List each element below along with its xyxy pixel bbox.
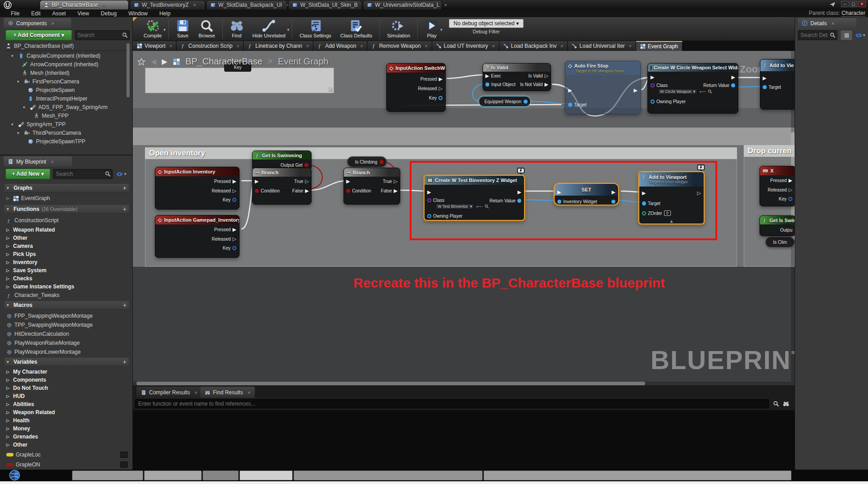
variable-category[interactable]: ▷Weapon Related <box>6 408 128 416</box>
node-add-to-viewport[interactable]: Add to Viewport Target is User Widget ▶ … <box>638 171 705 224</box>
section-macros[interactable]: ▾Macros+ <box>5 301 129 310</box>
node-is-valid[interactable]: ?Is Valid ▶Exec Is Valid▷ Input Object I… <box>483 63 551 91</box>
exec-pin[interactable]: ▶ <box>233 227 236 232</box>
add-component-button[interactable]: + Add Component▾ <box>5 30 72 41</box>
function-category[interactable]: ▷Checks <box>6 274 128 283</box>
chevron-down-icon[interactable]: ▾ <box>163 27 166 32</box>
chevron-down-icon[interactable]: ▾ <box>287 27 289 32</box>
node-get-is-climbing-2[interactable]: Is Clim <box>765 237 795 247</box>
asset-tab-w-slotdata-backpack[interactable]: W_SlotData_Backpack_UI× <box>206 0 287 9</box>
taskbar-window-button[interactable] <box>240 470 293 480</box>
class-select[interactable]: W Circle Weapon▾ <box>658 88 697 95</box>
data-pin[interactable] <box>439 96 443 100</box>
exec-pin[interactable]: ▷ <box>545 73 548 78</box>
binoculars-icon[interactable] <box>783 401 789 407</box>
expander-icon[interactable]: ▷ <box>6 418 11 423</box>
expander-icon[interactable]: ▷ <box>6 196 11 201</box>
close-icon[interactable]: × <box>629 44 632 49</box>
my-blueprint-search-input[interactable] <box>56 170 103 178</box>
variable-category[interactable]: ▷Do Not Touch <box>6 384 128 392</box>
node-add-to-viewport-fragment[interactable]: Add to Vie ▶ Target <box>760 59 795 110</box>
variable-category[interactable]: ▷My Character <box>6 368 128 376</box>
taskbar-window-button[interactable] <box>203 470 239 480</box>
node-create-circle-weapon-widget[interactable]: Create W Circle Weapon Select Widget ▶ ▶… <box>647 63 738 114</box>
asset-tab-bp-characterbase[interactable]: BP_CharacterBase× <box>40 0 129 9</box>
data-pin[interactable] <box>651 83 655 87</box>
chevron-down-icon[interactable]: ▾ <box>440 27 443 32</box>
tab-add-weapon[interactable]: Add Weapon× <box>313 41 367 51</box>
details-search[interactable] <box>798 30 837 40</box>
menu-help[interactable]: Help <box>154 10 176 17</box>
expander-icon[interactable]: ▷ <box>6 443 11 447</box>
node-get-is-climbing[interactable]: Is Climbing <box>347 156 387 167</box>
zorder-value[interactable]: 0 <box>664 210 671 216</box>
class-defaults-button[interactable]: Class Defaults <box>336 19 377 38</box>
tree-row[interactable]: ▾SpringArm_TPP <box>5 120 126 128</box>
my-blueprint-search[interactable] <box>53 169 113 179</box>
node-create-w-test-binventory-widget[interactable]: Create W Test Binventory Z Widget ▶ ▶ Cl… <box>424 175 525 221</box>
search-icon[interactable] <box>484 204 489 209</box>
variable-category[interactable]: ▷Grenades <box>6 433 128 441</box>
data-pin[interactable] <box>485 82 489 87</box>
data-pin[interactable] <box>763 85 767 89</box>
function-category[interactable]: ▷Camera <box>6 242 128 250</box>
expander-icon[interactable]: ▷ <box>6 370 11 374</box>
exec-pin[interactable]: ▶ <box>305 188 309 193</box>
search-icon[interactable] <box>708 89 712 94</box>
variable-row-grapleon[interactable]: GrapleON <box>6 460 128 469</box>
list-item-eventgraph[interactable]: ▷EventGraph <box>6 194 128 202</box>
section-graphs[interactable]: ▾Graphs+ <box>5 184 129 192</box>
expander-icon[interactable]: ▷ <box>6 410 11 415</box>
add-new-button[interactable]: + Add New▾ <box>5 169 50 179</box>
list-item-macro[interactable]: FPP_SwappingWeaponMontage <box>6 312 128 320</box>
expander-icon[interactable]: ▷ <box>6 228 11 232</box>
tree-row[interactable]: ▾ThirdPersonCamera <box>5 129 126 137</box>
components-panel-tab[interactable]: Components× <box>4 18 71 28</box>
taskbar-window-button[interactable] <box>72 470 143 480</box>
close-icon[interactable]: × <box>248 390 250 395</box>
exec-pin[interactable]: ▷ <box>394 179 398 184</box>
panel-divider[interactable] <box>0 155 133 155</box>
tab-event-graph[interactable]: Event Graph <box>636 41 683 51</box>
variable-category[interactable]: ▷Abilities <box>6 400 128 408</box>
hide-unrelated-button[interactable]: Hide Unrelated <box>248 19 290 38</box>
exec-pin[interactable]: ▷ <box>439 86 443 91</box>
menu-view[interactable]: View <box>72 10 95 17</box>
collapse-icon[interactable]: ▲ <box>669 217 674 224</box>
function-category[interactable]: ▷Other <box>6 234 128 242</box>
close-icon[interactable]: × <box>236 44 239 49</box>
horizontal-scrollbar[interactable] <box>133 382 791 385</box>
find-button[interactable]: Find <box>226 19 248 38</box>
data-pin[interactable] <box>304 163 308 167</box>
exec-pin[interactable]: ▶ <box>545 82 548 87</box>
components-search[interactable] <box>75 30 130 40</box>
close-icon[interactable]: × <box>169 44 172 49</box>
variable-category[interactable]: ▷Other <box>6 441 128 449</box>
play-button[interactable]: Play <box>420 19 443 38</box>
back-arrow-icon[interactable]: ⟵ <box>476 204 482 209</box>
expander-icon[interactable]: ▷ <box>6 252 11 256</box>
asset-tab-w-universalinvslotdata[interactable]: W_UniversalInvSlotData_L× <box>363 0 442 9</box>
compile-button[interactable]: Compile <box>139 19 166 38</box>
expander-icon[interactable]: ▾ <box>11 122 16 127</box>
expander-icon[interactable]: ▷ <box>6 260 11 265</box>
expander-icon[interactable]: ▷ <box>6 434 11 439</box>
menu-debug[interactable]: Debug <box>95 10 122 17</box>
section-variables[interactable]: ▾Variables+ <box>5 358 129 366</box>
list-item-macro[interactable]: TPP_SwappingWeaponMontage <box>6 321 128 329</box>
add-icon[interactable]: + <box>123 184 127 192</box>
data-pin[interactable] <box>642 211 646 215</box>
expander-icon[interactable]: ▾ <box>17 131 22 135</box>
property-matrix-button[interactable] <box>840 30 853 41</box>
exec-pin[interactable]: ▶ <box>485 73 489 78</box>
exec-pin[interactable]: ▶ <box>557 190 561 195</box>
expander-icon[interactable]: ▷ <box>6 236 11 240</box>
variable-category[interactable]: ▷HUD <box>6 392 128 400</box>
node-branch-1[interactable]: ⤙Branch ▶ True▷ Condition False▶ <box>252 168 312 205</box>
menu-file[interactable]: File <box>5 10 25 17</box>
exec-pin[interactable]: ▶ <box>651 75 654 80</box>
class-select[interactable]: W Test Binventor▾ <box>435 203 474 210</box>
list-item-function[interactable]: ConstructionScript <box>6 216 128 224</box>
node-set-inventory-widget[interactable]: SET ▶ ▶ Inventory Widget <box>554 183 619 205</box>
menu-edit[interactable]: Edit <box>26 10 46 17</box>
